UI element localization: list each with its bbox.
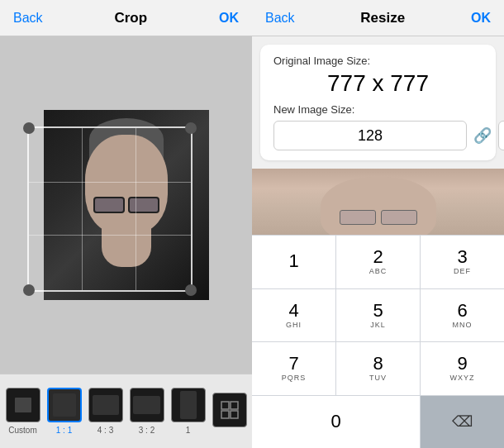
key-9[interactable]: 9 WXYZ bbox=[421, 342, 504, 395]
grid-line-h1 bbox=[29, 182, 191, 183]
handle-bottom-left[interactable] bbox=[23, 284, 35, 296]
key-7-number: 7 bbox=[288, 355, 298, 373]
key-5-letters: JKL bbox=[370, 321, 386, 329]
ratio-4-3-label: 4 : 3 bbox=[97, 426, 113, 435]
ratio-3-2[interactable]: 3 : 2 bbox=[130, 388, 164, 435]
key-5-number: 5 bbox=[373, 302, 383, 320]
crop-ratio-bar: Custom 1 : 1 4 : 3 3 : 2 bbox=[0, 374, 252, 448]
ratio-4-3[interactable]: 4 : 3 bbox=[88, 388, 123, 435]
key-7[interactable]: 7 PQRS bbox=[252, 342, 335, 395]
key-3-number: 3 bbox=[457, 248, 467, 266]
grid-line-h2 bbox=[29, 235, 191, 236]
link-icon[interactable]: 🔗 bbox=[473, 126, 492, 145]
key-8-letters: TUV bbox=[369, 374, 387, 382]
grid-line-v2 bbox=[136, 128, 136, 290]
handle-bottom-right[interactable] bbox=[185, 284, 197, 296]
ratio-custom-label: Custom bbox=[8, 426, 36, 435]
ratio-3-2-label: 3 : 2 bbox=[139, 426, 155, 435]
original-size-value: 777 x 777 bbox=[273, 70, 483, 97]
svg-rect-0 bbox=[221, 402, 229, 409]
key-3-letters: DEF bbox=[454, 267, 471, 275]
resize-back-button[interactable]: Back bbox=[265, 11, 295, 26]
svg-rect-3 bbox=[231, 411, 238, 418]
crop-back-button[interactable]: Back bbox=[13, 11, 43, 26]
crop-header: Back Crop OK bbox=[0, 0, 252, 36]
handle-top-right[interactable] bbox=[185, 122, 197, 134]
key-6-number: 6 bbox=[457, 302, 467, 320]
crop-ok-button[interactable]: OK bbox=[219, 11, 239, 26]
key-2[interactable]: 2 ABC bbox=[336, 236, 420, 288]
crop-work-area[interactable] bbox=[0, 36, 252, 374]
crop-overlay[interactable] bbox=[27, 126, 193, 292]
height-input[interactable] bbox=[498, 121, 504, 150]
key-2-number: 2 bbox=[373, 248, 383, 266]
resize-header: Back Resize OK bbox=[252, 0, 504, 36]
key-1[interactable]: 1 bbox=[252, 236, 335, 288]
ratio-grid[interactable] bbox=[212, 393, 247, 431]
resize-title: Resize bbox=[360, 10, 405, 26]
grid-line-v1 bbox=[82, 128, 83, 290]
preview-face-image bbox=[252, 169, 504, 235]
key-backspace[interactable]: ⌫ bbox=[421, 396, 504, 449]
svg-rect-1 bbox=[231, 402, 238, 409]
resize-ok-button[interactable]: OK bbox=[471, 11, 491, 26]
ratio-1-label: 1 bbox=[186, 426, 191, 435]
ratio-1[interactable]: 1 bbox=[171, 388, 206, 435]
svg-rect-2 bbox=[221, 411, 229, 418]
original-size-label: Original Image Size: bbox=[273, 55, 483, 67]
ratio-1-1-thumb bbox=[47, 388, 82, 422]
crop-box bbox=[27, 126, 193, 292]
width-input[interactable] bbox=[273, 121, 467, 150]
ratio-4-3-thumb bbox=[88, 388, 123, 422]
key-9-letters: WXYZ bbox=[450, 374, 475, 382]
key-8[interactable]: 8 TUV bbox=[336, 342, 420, 395]
crop-image-container[interactable] bbox=[44, 110, 209, 300]
numeric-keypad: 1 2 ABC 3 DEF 4 GHI 5 JKL 6 MNO 7 PQRS bbox=[252, 235, 504, 448]
crop-title: Crop bbox=[114, 10, 147, 26]
resize-info-card: Original Image Size: 777 x 777 New Image… bbox=[260, 45, 496, 160]
key-0[interactable]: 0 bbox=[252, 396, 420, 449]
ratio-custom[interactable]: Custom bbox=[6, 388, 40, 435]
key-5[interactable]: 5 JKL bbox=[336, 289, 420, 342]
key-4[interactable]: 4 GHI bbox=[252, 289, 335, 342]
ratio-3-2-thumb bbox=[130, 388, 164, 422]
key-6-letters: MNO bbox=[453, 321, 473, 329]
key-3[interactable]: 3 DEF bbox=[421, 236, 504, 288]
resize-panel: Back Resize OK Original Image Size: 777 … bbox=[252, 0, 504, 448]
preview-strip bbox=[252, 169, 504, 235]
key-4-number: 4 bbox=[288, 302, 298, 320]
crop-panel: Back Crop OK bbox=[0, 0, 252, 448]
key-8-number: 8 bbox=[373, 355, 383, 373]
new-size-label: New Image Size: bbox=[273, 103, 483, 116]
ratio-1-1[interactable]: 1 : 1 bbox=[47, 388, 82, 435]
new-size-inputs: 🔗 bbox=[273, 121, 483, 150]
key-2-letters: ABC bbox=[369, 267, 388, 275]
key-4-letters: GHI bbox=[286, 321, 302, 329]
ratio-custom-thumb bbox=[6, 388, 40, 422]
handle-top-left[interactable] bbox=[23, 122, 35, 134]
key-7-letters: PQRS bbox=[282, 374, 307, 382]
key-6[interactable]: 6 MNO bbox=[421, 289, 504, 342]
ratio-grid-thumb bbox=[212, 393, 247, 427]
ratio-1-1-label: 1 : 1 bbox=[56, 426, 72, 435]
ratio-1-thumb bbox=[171, 388, 206, 422]
backspace-icon: ⌫ bbox=[452, 412, 473, 431]
key-9-number: 9 bbox=[457, 355, 467, 373]
key-1-number: 1 bbox=[288, 252, 298, 270]
key-0-number: 0 bbox=[330, 412, 340, 431]
